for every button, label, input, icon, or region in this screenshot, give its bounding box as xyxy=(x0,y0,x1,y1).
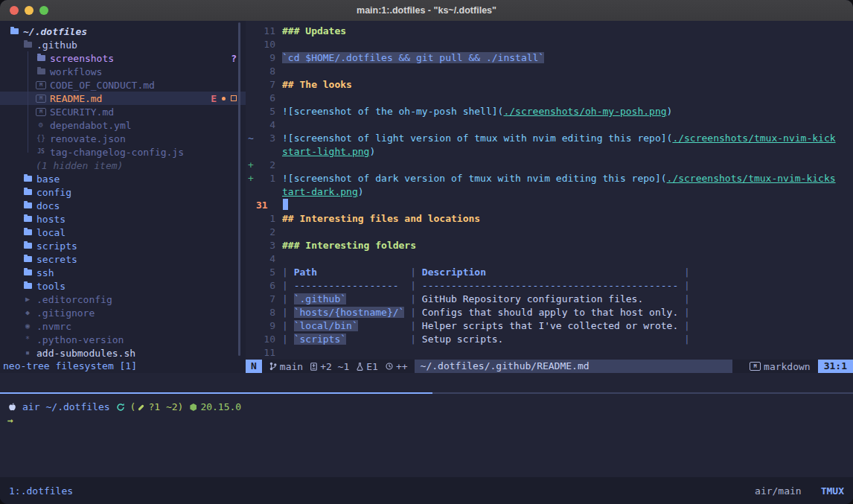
gutter-sign xyxy=(246,92,255,105)
editor-line-16[interactable]: 2 xyxy=(246,226,853,239)
tree-item-screenshots[interactable]: screenshots? xyxy=(0,51,246,65)
tree-item-ssh[interactable]: ssh xyxy=(0,266,246,279)
tree-item-secrets[interactable]: secrets xyxy=(0,252,246,266)
gutter-sign xyxy=(246,319,255,333)
line-text: ### Interesting folders xyxy=(282,239,416,252)
editor-line-19[interactable]: 5| Path | Description | xyxy=(246,266,853,279)
prompt-arrow: → xyxy=(7,414,13,427)
tree-item-code-of-conduct-md[interactable]: MCODE_OF_CONDUCT.md xyxy=(0,78,246,92)
tree-item-workflows[interactable]: workflows xyxy=(0,65,246,78)
line-number xyxy=(255,145,275,159)
line-number: 4 xyxy=(255,118,275,132)
extra-segment: ++ xyxy=(386,361,408,372)
editor-line-12[interactable]: +1![screenshot of dark version of tmux w… xyxy=(246,172,853,185)
tree-item-nvmrc[interactable]: ◉.nvmrc xyxy=(0,319,246,333)
folder-open-icon xyxy=(9,28,19,34)
tree-item-python-version[interactable]: *.python-version xyxy=(0,333,246,346)
editor-line-8[interactable]: 4 xyxy=(246,118,853,132)
editor-line-10[interactable]: start-light.png) xyxy=(246,145,853,159)
folder-icon xyxy=(22,256,33,262)
tmux-statusbar: 1:.dotfiles air/main TMUX xyxy=(0,477,853,504)
tree-item-config[interactable]: config xyxy=(0,185,246,199)
branch-icon xyxy=(269,362,277,371)
tree-item-label: .python-version xyxy=(36,334,124,345)
tmux-window-tab[interactable]: 1:.dotfiles xyxy=(9,485,73,497)
line-number: 6 xyxy=(255,92,275,105)
editor-line-14[interactable]: 31 xyxy=(246,199,853,212)
editor-line-11[interactable]: +2 xyxy=(246,159,853,172)
line-number: 9 xyxy=(255,51,275,65)
editor-line-9[interactable]: ~3![screenshot of light version of tmux … xyxy=(246,132,853,145)
tree-item-tools[interactable]: tools xyxy=(0,279,246,293)
sidebar-scrollbar[interactable] xyxy=(238,22,240,356)
tree-item-base[interactable]: base xyxy=(0,172,246,185)
folder-icon xyxy=(36,55,46,61)
close-button[interactable] xyxy=(10,6,19,15)
diagnostics-count: E1 xyxy=(366,361,378,372)
tree-item-renovate-json[interactable]: {}renovate.json xyxy=(0,132,246,145)
line-number xyxy=(255,185,275,199)
node-icon xyxy=(190,403,197,411)
line-number: 7 xyxy=(255,78,275,92)
terminal-input-line[interactable]: → xyxy=(7,414,853,427)
neotree-statusline: neo-tree filesystem [1] xyxy=(0,360,246,373)
editor-line-23[interactable]: 9| `local/bin` | Helper scripts that I'v… xyxy=(246,319,853,333)
tree-item-dotfiles[interactable]: ~/.dotfiles xyxy=(0,25,246,38)
folder-icon xyxy=(22,176,33,182)
gutter-sign xyxy=(246,199,255,212)
tmux-pane-border[interactable] xyxy=(0,392,853,394)
editor-line-24[interactable]: 10| `scripts` | Setup scripts. | xyxy=(246,333,853,346)
terminal-pane[interactable]: air ~/.dotfiles ( ?1 ~2) 20.15.0 → xyxy=(0,394,853,477)
tree-item-readme-md[interactable]: MREADME.mdE xyxy=(0,92,246,105)
gutter-sign xyxy=(246,25,255,38)
tree-item-label: add-submodules.sh xyxy=(36,348,135,359)
editor-line-6[interactable]: 6 xyxy=(246,92,853,105)
line-number: 10 xyxy=(255,333,275,346)
zoom-button[interactable] xyxy=(39,6,48,15)
editor-line-15[interactable]: 1## Interesting files and locations xyxy=(246,212,853,226)
tree-item-gitignore[interactable]: ◆.gitignore xyxy=(0,306,246,319)
tree-item-label: hosts xyxy=(36,214,66,225)
tree-item-hosts[interactable]: hosts xyxy=(0,212,246,226)
tree-item-scripts[interactable]: scripts xyxy=(0,239,246,252)
tree-item-label: renovate.json xyxy=(50,133,126,144)
editor-line-18[interactable]: 4 xyxy=(246,252,853,266)
filetype-segment: M markdown xyxy=(750,361,811,372)
editor-buffer[interactable]: 11### Updates109`cd $HOME/.dotfiles && g… xyxy=(246,21,853,360)
minimize-button[interactable] xyxy=(25,6,33,15)
tree-item-docs[interactable]: docs xyxy=(0,199,246,212)
editor-line-5[interactable]: 7## The looks xyxy=(246,78,853,92)
tree-item-security-md[interactable]: MSECURITY.md xyxy=(0,105,246,118)
cursor-position: 31:1 xyxy=(818,360,853,373)
tree-item-dependabot-yml[interactable]: ⚙dependabot.yml xyxy=(0,118,246,132)
tree-item-github[interactable]: .github xyxy=(0,38,246,51)
folder-icon xyxy=(22,243,33,249)
flask-icon xyxy=(357,363,363,371)
editor-line-22[interactable]: 8| `hosts/{hostname}/` | Configs that sh… xyxy=(246,306,853,319)
line-number: 9 xyxy=(255,319,275,333)
editor-line-20[interactable]: 6| ------------------ | ----------------… xyxy=(246,279,853,293)
line-text: | `hosts/{hostname}/` | Configs that sho… xyxy=(282,306,690,319)
modified-dot-badge xyxy=(222,97,226,101)
editor-line-13[interactable]: tart-dark.png) xyxy=(246,185,853,199)
line-text: ![screenshot of the oh-my-posh shell](./… xyxy=(282,105,672,118)
tree-item-add-submodules-sh[interactable]: ▪add-submodules.sh xyxy=(0,346,246,360)
editor-line-17[interactable]: 3### Interesting folders xyxy=(246,239,853,252)
editor-line-21[interactable]: 7| `.github` | GitHub Repository configu… xyxy=(246,293,853,306)
tree-item-editorconfig[interactable]: ▶.editorconfig xyxy=(0,293,246,306)
gutter-sign: + xyxy=(246,172,255,185)
tree-item-local[interactable]: local xyxy=(0,226,246,239)
editor-line-4[interactable]: 8 xyxy=(246,65,853,78)
line-number: 31 xyxy=(255,199,276,212)
editor-line-25[interactable]: 11 xyxy=(246,346,853,360)
editor-line-3[interactable]: 9`cd $HOME/.dotfiles && git pull && ./in… xyxy=(246,51,853,65)
line-number: 2 xyxy=(255,226,275,239)
editor-line-7[interactable]: 5![screenshot of the oh-my-posh shell](.… xyxy=(246,105,853,118)
tree-item-1-hidden-item[interactable]: (1 hidden item) xyxy=(0,159,246,172)
editor-line-1[interactable]: 11### Updates xyxy=(246,25,853,38)
editor-line-2[interactable]: 10 xyxy=(246,38,853,51)
tree-item-tag-changelog-config-js[interactable]: JStag-changelog-config.js xyxy=(0,145,246,159)
line-number: 10 xyxy=(255,38,275,51)
apple-icon xyxy=(7,402,17,412)
line-text: ### Updates xyxy=(282,25,346,38)
